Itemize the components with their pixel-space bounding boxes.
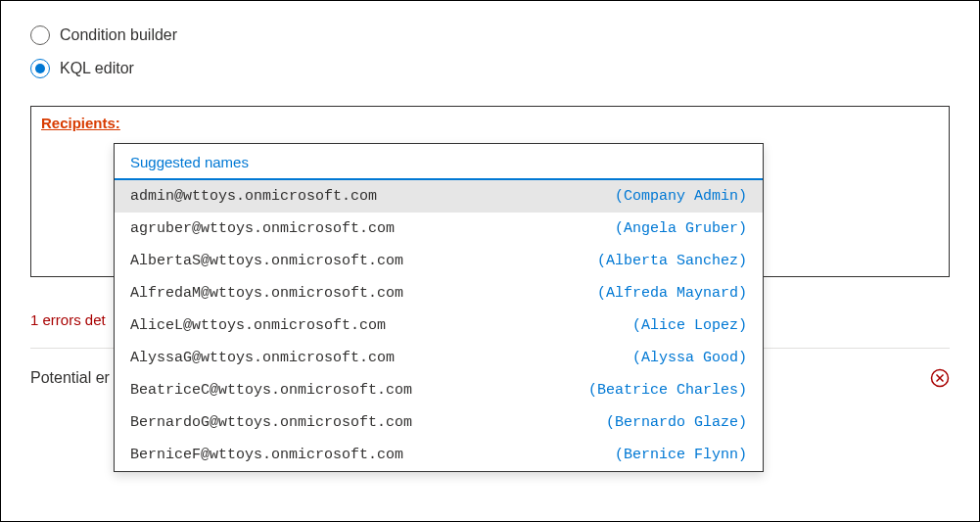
suggestion-display-name: (Alice Lopez) bbox=[632, 317, 747, 334]
suggestion-email: admin@wttoys.onmicrosoft.com bbox=[130, 188, 377, 205]
suggestion-email: BerniceF@wttoys.onmicrosoft.com bbox=[130, 447, 403, 463]
suggestion-display-name: (Bernardo Glaze) bbox=[606, 414, 747, 431]
suggestion-display-name: (Alyssa Good) bbox=[632, 350, 747, 366]
suggestion-item[interactable]: AlbertaS@wttoys.onmicrosoft.com (Alberta… bbox=[115, 245, 763, 277]
suggestion-item[interactable]: AliceL@wttoys.onmicrosoft.com (Alice Lop… bbox=[115, 309, 763, 342]
suggestion-display-name: (Alberta Sanchez) bbox=[597, 253, 747, 269]
radio-condition-builder[interactable]: Condition builder bbox=[30, 25, 950, 45]
suggestion-email: BeatriceC@wttoys.onmicrosoft.com bbox=[130, 382, 412, 399]
suggestion-email: AlbertaS@wttoys.onmicrosoft.com bbox=[130, 253, 403, 269]
radio-label: KQL editor bbox=[60, 60, 134, 77]
radio-icon bbox=[30, 59, 50, 78]
suggestion-item[interactable]: AlyssaG@wttoys.onmicrosoft.com (Alyssa G… bbox=[115, 342, 763, 374]
suggestion-display-name: (Beatrice Charles) bbox=[588, 382, 747, 399]
radio-label: Condition builder bbox=[60, 26, 177, 44]
suggestion-email: AlfredaM@wttoys.onmicrosoft.com bbox=[130, 285, 403, 302]
suggestion-email: AliceL@wttoys.onmicrosoft.com bbox=[130, 317, 386, 334]
suggestion-item[interactable]: BerniceF@wttoys.onmicrosoft.com (Bernice… bbox=[115, 439, 763, 471]
suggestion-item[interactable]: AlfredaM@wttoys.onmicrosoft.com (Alfreda… bbox=[115, 277, 763, 309]
suggestion-item[interactable]: agruber@wttoys.onmicrosoft.com (Angela G… bbox=[115, 213, 763, 245]
close-icon[interactable] bbox=[930, 368, 950, 388]
suggestion-display-name: (Bernice Flynn) bbox=[615, 447, 747, 463]
suggestion-item[interactable]: BeatriceC@wttoys.onmicrosoft.com (Beatri… bbox=[115, 374, 763, 406]
suggestion-display-name: (Angela Gruber) bbox=[615, 220, 747, 237]
suggestion-display-name: (Company Admin) bbox=[615, 188, 747, 205]
suggestions-popup: Suggested names admin@wttoys.onmicrosoft… bbox=[114, 143, 764, 472]
suggestion-email: BernardoG@wttoys.onmicrosoft.com bbox=[130, 414, 412, 431]
potential-errors-label: Potential er bbox=[30, 369, 110, 387]
radio-icon bbox=[30, 25, 50, 45]
suggestion-display-name: (Alfreda Maynard) bbox=[597, 285, 747, 302]
suggestion-item[interactable]: BernardoG@wttoys.onmicrosoft.com (Bernar… bbox=[115, 406, 763, 439]
editor-token-recipients: Recipients: bbox=[41, 115, 120, 131]
suggestions-header: Suggested names bbox=[115, 144, 763, 180]
editor-mode-radio-group: Condition builder KQL editor bbox=[30, 25, 950, 78]
radio-kql-editor[interactable]: KQL editor bbox=[30, 59, 950, 78]
suggestion-email: AlyssaG@wttoys.onmicrosoft.com bbox=[130, 350, 395, 366]
suggestion-email: agruber@wttoys.onmicrosoft.com bbox=[130, 220, 395, 237]
suggestion-item[interactable]: admin@wttoys.onmicrosoft.com (Company Ad… bbox=[115, 180, 763, 213]
